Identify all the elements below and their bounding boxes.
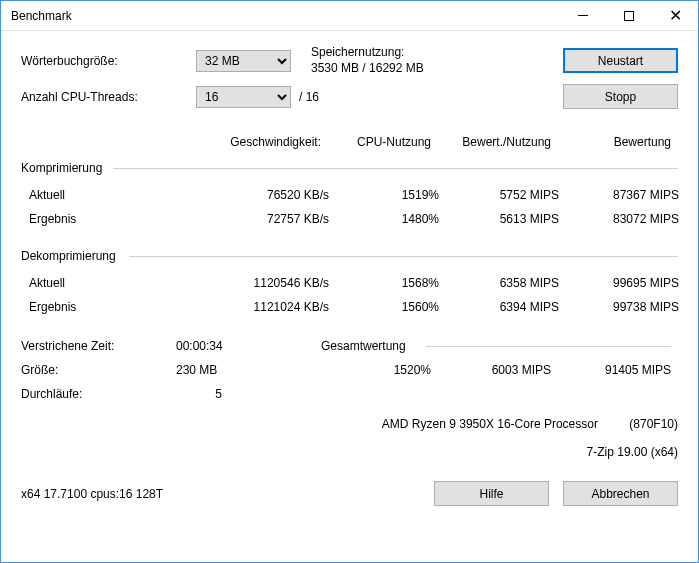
passes-label: Durchläufe: (21, 387, 176, 401)
memory-usage-label: Speichernutzung: (311, 45, 541, 61)
maximize-button[interactable] (606, 1, 652, 31)
decompress-group-title: Dekomprimierung (21, 249, 678, 263)
header-rating: Bewertung (551, 135, 671, 149)
row-cpu: 1519% (329, 188, 439, 202)
header-speed: Geschwindigkeit: (201, 135, 321, 149)
row-cpu: 1568% (329, 276, 439, 290)
row-ratio: 5752 MIPS (439, 188, 559, 202)
row-ratio: 6394 MIPS (439, 300, 559, 314)
dict-size-label: Wörterbuchgröße: (21, 54, 196, 68)
build-info: x64 17.7100 cpus:16 128T (21, 487, 420, 501)
row-label: Aktuell (29, 276, 209, 290)
column-headers: Geschwindigkeit: CPU-Nutzung Bewert./Nut… (21, 135, 678, 149)
threads-max: / 16 (299, 90, 319, 104)
minimize-icon (578, 15, 588, 16)
row-ratio: 5613 MIPS (439, 212, 559, 226)
close-button[interactable]: ✕ (652, 1, 698, 31)
compress-current-row: Aktuell 76520 KB/s 1519% 5752 MIPS 87367… (21, 183, 678, 207)
content-area: Wörterbuchgröße: 32 MB Speichernutzung: … (1, 31, 698, 562)
size-value: 230 MB (176, 363, 276, 377)
header-cpu: CPU-Nutzung (321, 135, 431, 149)
decompress-current-row: Aktuell 1120546 KB/s 1568% 6358 MIPS 996… (21, 271, 678, 295)
row-rating: 99695 MIPS (559, 276, 679, 290)
stop-button[interactable]: Stopp (563, 84, 678, 109)
row-speed: 76520 KB/s (209, 188, 329, 202)
restart-button[interactable]: Neustart (563, 48, 678, 73)
svg-rect-1 (625, 11, 634, 20)
titlebar: Benchmark ✕ (1, 1, 698, 31)
row-rating: 83072 MIPS (559, 212, 679, 226)
close-icon: ✕ (669, 6, 682, 25)
compress-result-row: Ergebnis 72757 KB/s 1480% 5613 MIPS 8307… (21, 207, 678, 231)
memory-usage-value: 3530 MB / 16292 MB (311, 61, 541, 77)
row-ratio: 6358 MIPS (439, 276, 559, 290)
cancel-button[interactable]: Abbrechen (563, 481, 678, 506)
elapsed-label: Verstrichene Zeit: (21, 339, 176, 353)
window-title: Benchmark (11, 9, 560, 23)
dict-size-select[interactable]: 32 MB (196, 50, 291, 72)
elapsed-value: 00:00:34 (176, 339, 276, 353)
row-label: Ergebnis (29, 212, 209, 226)
footer-grid: Verstrichene Zeit: 00:00:34 Gesamtwertun… (21, 339, 678, 401)
compress-group-title: Komprimierung (21, 161, 678, 175)
overall-ratio: 6003 MIPS (431, 363, 551, 377)
header-ratio: Bewert./Nutzung (431, 135, 551, 149)
overall-group-title: Gesamtwertung (321, 339, 671, 353)
help-button[interactable]: Hilfe (434, 481, 549, 506)
cpu-id: (870F10) (629, 417, 678, 431)
minimize-button[interactable] (560, 1, 606, 31)
overall-rating: 91405 MIPS (551, 363, 671, 377)
threads-select[interactable]: 16 (196, 86, 291, 108)
row-cpu: 1560% (329, 300, 439, 314)
cpu-name: AMD Ryzen 9 3950X 16-Core Processor (382, 417, 598, 431)
threads-label: Anzahl CPU-Threads: (21, 90, 196, 104)
overall-cpu: 1520% (321, 363, 431, 377)
row-speed: 72757 KB/s (209, 212, 329, 226)
row-label: Ergebnis (29, 300, 209, 314)
app-version: 7-Zip 19.00 (x64) (21, 445, 678, 459)
cpu-info: AMD Ryzen 9 3950X 16-Core Processor (870… (21, 417, 678, 431)
row-cpu: 1480% (329, 212, 439, 226)
maximize-icon (624, 11, 634, 21)
row-rating: 87367 MIPS (559, 188, 679, 202)
row-speed: 1121024 KB/s (209, 300, 329, 314)
memory-usage: Speichernutzung: 3530 MB / 16292 MB (311, 45, 541, 76)
row-rating: 99738 MIPS (559, 300, 679, 314)
decompress-result-row: Ergebnis 1121024 KB/s 1560% 6394 MIPS 99… (21, 295, 678, 319)
row-label: Aktuell (29, 188, 209, 202)
row-speed: 1120546 KB/s (209, 276, 329, 290)
size-label: Größe: (21, 363, 176, 377)
passes-value: 5 (176, 387, 276, 401)
